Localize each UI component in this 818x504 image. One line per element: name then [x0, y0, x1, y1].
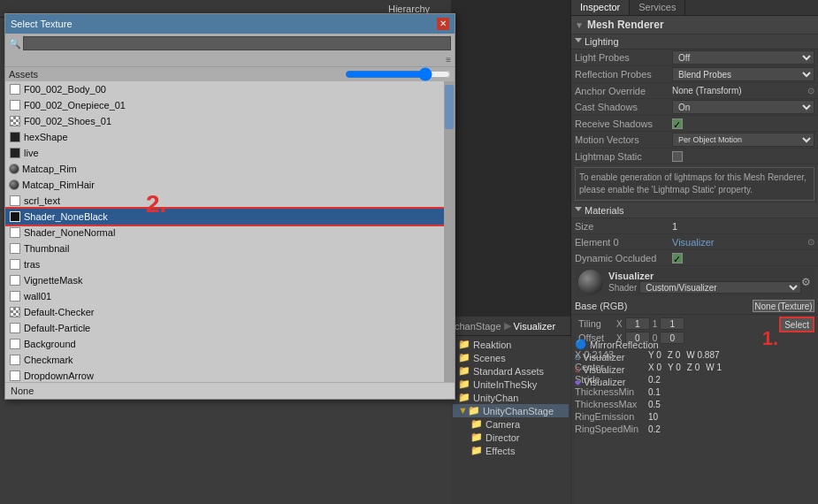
dynamic-occluded-row: Dynamic Occluded ✓: [571, 250, 818, 266]
asset-F00-002-Onepiece-01[interactable]: F00_002_Onepiece_01: [5, 97, 455, 113]
viz-settings-icon[interactable]: ⚙: [801, 276, 811, 288]
inspector-header: ▼ Mesh Renderer: [571, 16, 818, 34]
light-probes-dropdown[interactable]: Off: [672, 50, 814, 65]
menu-icon: ≡: [446, 55, 451, 65]
dialog-search-bar: 🔍: [5, 34, 455, 53]
tree-item-unitychan[interactable]: 📁 UnityChan: [453, 391, 569, 404]
tree-item-scenes[interactable]: 📁 Scenes: [453, 351, 569, 364]
asset-shader-none-black[interactable]: Shader_NoneBlack: [5, 209, 455, 225]
lighting-section-header: Lighting: [571, 34, 818, 50]
ring-emission-row: RingEmission 10: [575, 410, 814, 423]
scrollbar[interactable]: [444, 81, 455, 382]
asset-hexShape[interactable]: hexShape: [5, 129, 455, 145]
asset-background[interactable]: Background: [5, 336, 455, 352]
base-rgb-header: Base (RGB) None (Texture): [571, 298, 818, 315]
project-tree: 📁 Reaktion 📁 Scenes 📁 Standard Assets 📁 …: [451, 336, 570, 504]
tiling-y-input[interactable]: [660, 317, 684, 330]
thickness-min-row: ThicknessMin 0.1: [575, 386, 814, 398]
lightmap-static-row: Lightmap Static: [571, 149, 818, 164]
tree-item-unitychanstage[interactable]: ▼📁 UnityChanStage: [453, 404, 569, 417]
dialog-close-button[interactable]: ✕: [437, 18, 449, 30]
dynamic-occluded-checkbox[interactable]: ✓: [672, 253, 683, 263]
assets-label-row: Assets: [5, 67, 455, 81]
select-button[interactable]: Select: [779, 317, 814, 332]
tab-inspector[interactable]: Inspector: [571, 0, 630, 15]
size-row: Size 1: [571, 218, 818, 234]
file-visualizer-2[interactable]: S Visualizer: [573, 363, 577, 376]
asset-F00-002-Body-00[interactable]: F00_002_Body_00: [5, 81, 455, 97]
light-probes-row: Light Probes Off: [571, 50, 818, 66]
asset-default-particle[interactable]: Default-Particle: [5, 320, 455, 336]
asset-scrl-text[interactable]: scrl_text: [5, 193, 455, 209]
asset-tras[interactable]: tras: [5, 256, 455, 272]
asset-F00-002-Shoes-01[interactable]: F00_002_Shoes_01: [5, 113, 455, 129]
asset-default-checker[interactable]: Default-Checker: [5, 304, 455, 320]
tree-item-uniteinsky[interactable]: 📁 UniteInTheSky: [453, 378, 569, 391]
receive-shadows-row: Receive Shadows ✓: [571, 116, 818, 132]
tab-services[interactable]: Services: [630, 0, 685, 15]
lightmap-info-box: To enable generation of lightmaps for th…: [575, 167, 814, 201]
asset-live[interactable]: live: [5, 145, 455, 161]
none-label: None: [5, 382, 455, 399]
cast-shadows-dropdown[interactable]: On: [672, 100, 814, 114]
viz-shader-dropdown[interactable]: Custom/Visualizer: [639, 281, 801, 294]
thickness-max-row: ThicknessMax 0.5: [575, 398, 814, 410]
dialog-menu-bar: ≡: [5, 53, 455, 67]
materials-section-header: Materials: [571, 203, 818, 218]
tree-item-standard-assets[interactable]: 📁 Standard Assets: [453, 364, 569, 378]
assets-list[interactable]: F00_002_Body_00 F00_002_Onepiece_01 F00_…: [5, 81, 455, 382]
asset-dropdown-arrow[interactable]: DropdownArrow: [5, 368, 455, 382]
file-mirror-reflection[interactable]: 🔵 MirrorReflection: [573, 338, 577, 351]
offset-y-input[interactable]: [660, 332, 684, 344]
mesh-renderer-label: Mesh Renderer: [587, 19, 664, 31]
materials-triangle: [575, 207, 582, 215]
asset-shader-none-normal[interactable]: Shader_NoneNormal: [5, 225, 455, 241]
tree-item-camera[interactable]: 📁 Camera: [453, 417, 569, 431]
breadcrumb: chanStage ▶ Visualizer: [451, 317, 570, 336]
inspector-panel: Inspector Services ▼ Mesh Renderer Light…: [570, 0, 818, 504]
receive-shadows-checkbox[interactable]: ✓: [672, 118, 683, 129]
viz-ball: [578, 270, 603, 294]
viz-info: Visualizer Shader Custom/Visualizer: [608, 271, 801, 294]
assets-slider[interactable]: [345, 71, 451, 78]
element0-row: Element 0 Visualizer ⊙: [571, 234, 818, 250]
anchor-override-row: Anchor Override None (Transform) ⊙: [571, 83, 818, 99]
asset-matcap-rimhair[interactable]: Matcap_RimHair: [5, 177, 455, 193]
file-visualizer-1[interactable]: S Visualizer: [573, 351, 577, 363]
motion-vectors-dropdown[interactable]: Per Object Motion: [672, 133, 814, 147]
select-texture-dialog: Select Texture ✕ 🔍 ≡ Assets F00_002_Body…: [4, 13, 455, 400]
scrollbar-thumb[interactable]: [445, 85, 454, 129]
search-input[interactable]: [23, 36, 451, 50]
reflection-probes-dropdown[interactable]: Blend Probes: [672, 67, 814, 81]
asset-thumbnail[interactable]: Thumbnail: [5, 241, 455, 256]
none-texture-box: None (Texture): [753, 300, 814, 312]
search-icon: 🔍: [9, 38, 21, 50]
tiling-x-input[interactable]: [625, 317, 650, 330]
motion-vectors-row: Motion Vectors Per Object Motion: [571, 132, 818, 149]
visualizer-row: Visualizer Shader Custom/Visualizer ⚙: [575, 268, 814, 296]
tiling-row: Tiling X 1: [575, 317, 776, 331]
dialog-titlebar: Select Texture ✕: [5, 14, 455, 34]
project-files: 🔵 MirrorReflection S Visualizer S Visual…: [570, 336, 575, 504]
file-visualizer-3[interactable]: ◆ Visualizer: [573, 376, 577, 388]
tree-item-director[interactable]: 📁 Director: [453, 431, 569, 444]
inspector-tabs: Inspector Services: [571, 0, 818, 16]
asset-wall01[interactable]: wall01: [5, 288, 455, 304]
lighting-triangle: [575, 38, 582, 46]
ring-speed-min-row: RingSpeedMin 0.2: [575, 423, 814, 435]
asset-vignette-mask[interactable]: VignetteMask: [5, 272, 455, 288]
scene-view: [451, 0, 570, 318]
asset-matcap-rim[interactable]: Matcap_Rim: [5, 161, 455, 177]
reflection-probes-row: Reflection Probes Blend Probes: [571, 66, 818, 83]
hierarchy-label: Hierarchy: [388, 4, 430, 14]
tree-item-reaktion[interactable]: 📁 Reaktion: [453, 338, 569, 351]
viz-shader-row: Shader Custom/Visualizer: [608, 281, 801, 294]
lightmap-static-checkbox[interactable]: [672, 151, 683, 162]
dialog-title: Select Texture: [11, 19, 73, 29]
tree-item-effects[interactable]: 📁 Effects: [453, 444, 569, 457]
cast-shadows-row: Cast Shadows On: [571, 99, 818, 116]
viz-icons: ⚙: [801, 276, 811, 288]
asset-checkmark[interactable]: Checkmark: [5, 352, 455, 368]
